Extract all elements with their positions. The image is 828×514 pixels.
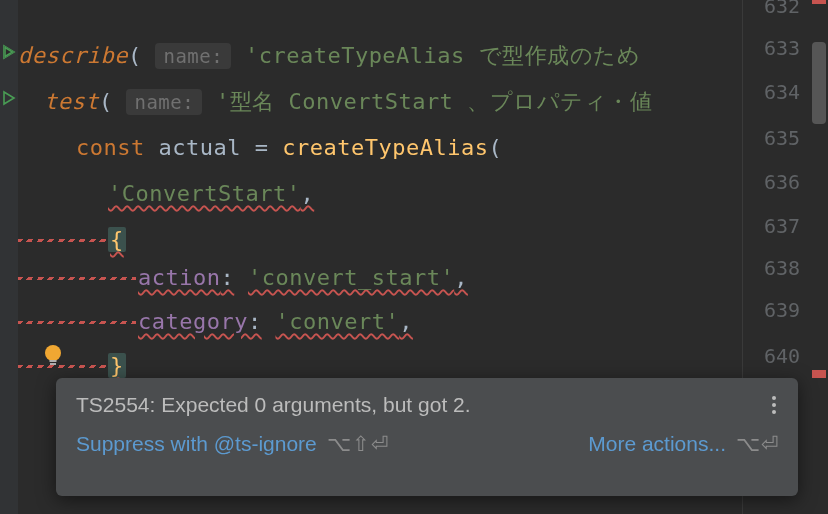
shortcut-hint: ⌥⏎	[736, 432, 780, 456]
describe-call: describe	[18, 43, 128, 68]
error-marker[interactable]	[812, 0, 826, 4]
param-hint: name:	[155, 43, 231, 69]
line-number: 639	[764, 298, 800, 322]
error-tooltip: TS2554: Expected 0 arguments, but got 2.…	[56, 378, 798, 496]
code-line[interactable]: describe( name: 'createTypeAlias で型作成のため	[18, 34, 640, 77]
code-line[interactable]: {	[108, 218, 126, 261]
scrollbar-thumb[interactable]	[812, 42, 826, 124]
line-number: 638	[764, 256, 800, 280]
code-line[interactable]: test( name: '型名 ConvertStart 、プロパティ・値	[44, 80, 652, 123]
shortcut-hint: ⌥⇧⏎	[327, 432, 390, 456]
code-line[interactable]: 'ConvertStart',	[108, 172, 314, 215]
string-arg-error: 'ConvertStart'	[108, 181, 300, 206]
more-actions[interactable]: More actions...	[588, 432, 726, 456]
open-brace: {	[108, 227, 126, 252]
svg-point-0	[45, 345, 61, 361]
line-number: 634	[764, 80, 800, 104]
function-call: createTypeAlias	[282, 135, 488, 160]
error-marker[interactable]	[812, 370, 826, 378]
line-number: 635	[764, 126, 800, 150]
line-number: 640	[764, 344, 800, 368]
left-gutter	[0, 0, 18, 514]
svg-rect-1	[50, 360, 57, 362]
intention-bulb-icon[interactable]	[42, 344, 64, 368]
kebab-menu-icon[interactable]	[768, 392, 780, 418]
error-message: TS2554: Expected 0 arguments, but got 2.	[76, 393, 471, 417]
string-literal: 'createTypeAlias で型作成のため	[245, 41, 640, 71]
error-underline	[18, 276, 136, 280]
error-stripe[interactable]	[810, 0, 828, 514]
param-hint: name:	[126, 89, 202, 115]
line-number: 632	[764, 0, 800, 18]
line-number: 636	[764, 170, 800, 194]
error-underline	[18, 238, 106, 242]
code-line[interactable]: action: 'convert_start',	[138, 256, 468, 299]
svg-rect-2	[50, 363, 56, 365]
line-number: 633	[764, 36, 800, 60]
test-call: test	[44, 89, 99, 114]
string-literal: '型名 ConvertStart 、プロパティ・値	[216, 87, 652, 117]
run-test-icon[interactable]	[1, 86, 17, 102]
suppress-action[interactable]: Suppress with @ts-ignore	[76, 432, 317, 456]
run-test-icon[interactable]	[1, 40, 17, 56]
line-number: 637	[764, 214, 800, 238]
close-brace: }	[108, 353, 126, 378]
error-underline	[18, 320, 136, 324]
code-line[interactable]: const actual = createTypeAlias(	[76, 126, 502, 169]
code-line[interactable]: category: 'convert',	[138, 300, 413, 343]
